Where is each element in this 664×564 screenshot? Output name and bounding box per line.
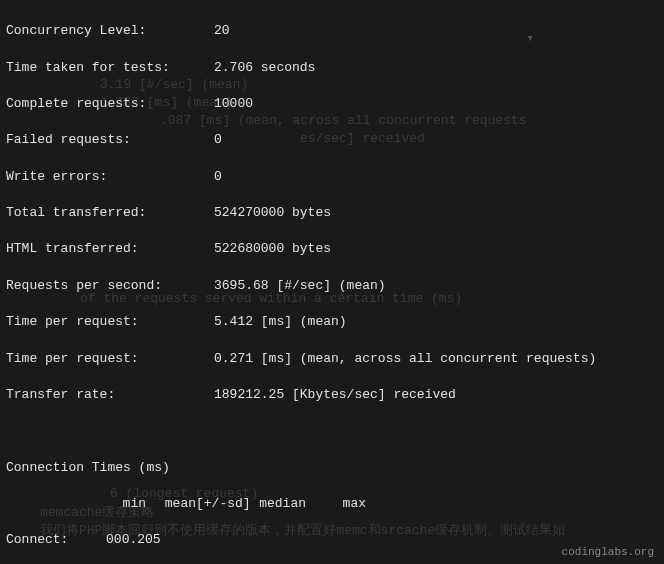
rps-label: Requests per second:	[6, 277, 214, 295]
complete-value: 10000	[214, 95, 253, 113]
total-transferred-label: Total transferred:	[6, 204, 214, 222]
rps-value: 3695.68 [#/sec] (mean)	[214, 277, 386, 295]
failed-value: 0	[214, 131, 222, 149]
header-max: max	[306, 495, 366, 513]
terminal-output: Concurrency Level:20 Time taken for test…	[0, 0, 664, 564]
complete-label: Complete requests:	[6, 95, 214, 113]
header-min: min	[106, 495, 146, 513]
dropdown-icon: ▾	[526, 30, 534, 48]
concurrency-label: Concurrency Level:	[6, 22, 214, 40]
total-transferred-value: 524270000 bytes	[214, 204, 331, 222]
header-mean: mean	[146, 495, 196, 513]
failed-label: Failed requests:	[6, 131, 214, 149]
time-taken-label: Time taken for tests:	[6, 59, 214, 77]
tpr2-value: 0.271 [ms] (mean, across all concurrent …	[214, 350, 596, 368]
html-transferred-value: 522680000 bytes	[214, 240, 331, 258]
tpr1-value: 5.412 [ms] (mean)	[214, 313, 347, 331]
header-median: median	[246, 495, 306, 513]
time-taken-value: 2.706 seconds	[214, 59, 315, 77]
tpr2-label: Time per request:	[6, 350, 214, 368]
transfer-label: Transfer rate:	[6, 386, 214, 404]
watermark: codinglabs.org	[562, 545, 654, 560]
write-errors-value: 0	[214, 168, 222, 186]
concurrency-value: 20	[214, 22, 230, 40]
conn-row-label: Connect:	[6, 531, 106, 549]
html-transferred-label: HTML transferred:	[6, 240, 214, 258]
conn-times-title: Connection Times (ms)	[6, 459, 658, 477]
tpr1-label: Time per request:	[6, 313, 214, 331]
transfer-value: 189212.25 [Kbytes/sec] received	[214, 386, 456, 404]
write-errors-label: Write errors:	[6, 168, 214, 186]
header-sd: [+/-sd]	[196, 495, 246, 513]
